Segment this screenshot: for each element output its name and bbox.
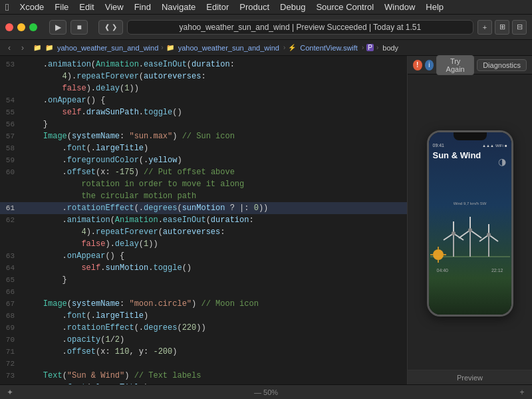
code-line-59: 59 .foregroundColor(.yellow): [0, 154, 407, 166]
svg-point-10: [468, 228, 472, 232]
add-button[interactable]: +: [477, 20, 492, 35]
line-number: 55: [0, 106, 21, 118]
menu-help[interactable]: Help: [426, 2, 444, 12]
toolbar: ▶ ■ ❰ ❯ yahoo_weather_sun_and_wind | Pre…: [0, 15, 532, 40]
stop-button[interactable]: ■: [70, 20, 88, 35]
code-line-66: 66: [0, 286, 407, 298]
code-line-60b: rotation in order to move it along: [0, 178, 407, 190]
line-content: false).delay(1)): [21, 82, 407, 94]
code-line-58: 58 .font(.largeTitle): [0, 142, 407, 154]
diagnostics-button[interactable]: Diagnostics: [477, 59, 527, 71]
breadcrumb-file[interactable]: ContentView.swift: [300, 44, 358, 52]
run-button[interactable]: ▶: [49, 20, 66, 35]
line-content: .foregroundColor(.yellow): [21, 154, 407, 166]
code-line-69: 69 .rotationEffect(.degrees(220)): [0, 322, 407, 334]
line-number: 62: [0, 214, 21, 226]
code-line-62: 62 .animation(Animation.easeInOut(durati…: [0, 214, 407, 226]
menu-editor[interactable]: Editor: [206, 2, 229, 12]
line-content: .opacity(1/2): [21, 334, 407, 346]
breadcrumb-project[interactable]: yahoo_weather_sun_and_wind: [57, 44, 158, 52]
svg-line-9: [470, 230, 481, 238]
layout-button[interactable]: ⊞: [495, 20, 509, 35]
menu-edit[interactable]: Edit: [79, 2, 94, 12]
phone-frame: 09:41 ▲▲▲ WiFi ■ Sun & Wind ◑ Wind 9,7 k…: [427, 130, 513, 317]
menu-source-control[interactable]: Source Control: [316, 2, 374, 12]
breadcrumb-symbol[interactable]: body: [382, 44, 398, 52]
inspector-button[interactable]: ⊟: [512, 20, 527, 35]
status-bar: ✦ — 50% +: [0, 384, 532, 399]
main-area: 53 .animation(Animation.easeInOut(durati…: [0, 56, 532, 384]
preview-label: Preview: [408, 370, 532, 384]
code-line-56: 56 }: [0, 118, 407, 130]
line-content: .font(.largeTitle): [21, 142, 407, 154]
line-number: 65: [0, 274, 21, 286]
line-content: .onAppear() {: [21, 250, 407, 262]
code-editor[interactable]: 53 .animation(Animation.easeInOut(durati…: [0, 56, 407, 384]
try-again-button[interactable]: Try Again: [436, 55, 474, 75]
code-line-67: 67 Image(systemName: "moon.circle") // M…: [0, 298, 407, 310]
line-number: 73: [0, 370, 21, 382]
sunrise-time: 04:40: [437, 268, 449, 273]
code-line-62c: false).delay(1)): [0, 238, 407, 250]
line-number: 67: [0, 298, 21, 310]
code-line-54: 54 .onAppear() {: [0, 94, 407, 106]
line-content: .font(.largeTitle): [21, 382, 407, 384]
code-line-57: 57 Image(systemName: "sun.max") // Sun i…: [0, 130, 407, 142]
menu-find[interactable]: Find: [134, 2, 151, 12]
line-content: .offset(x: 110, y: -200): [21, 346, 407, 358]
line-content: false).delay(1)): [21, 238, 407, 250]
info-icon: i: [425, 60, 434, 70]
line-number: 64: [0, 262, 21, 274]
code-line-71: 71 .offset(x: 110, y: -200): [0, 346, 407, 358]
line-content: .rotationEffect(.degrees(220)): [21, 322, 407, 334]
zoom-in-icon[interactable]: +: [517, 388, 527, 397]
menu-file[interactable]: File: [55, 2, 68, 12]
menu-xcode[interactable]: Xcode: [19, 2, 44, 12]
phone-status-bar: 09:41 ▲▲▲ WiFi ■: [433, 143, 507, 148]
line-number-active: 61: [0, 202, 21, 214]
apple-menu[interactable]: : [5, 1, 9, 13]
close-button[interactable]: [5, 23, 13, 31]
wind-turbines-svg: [430, 207, 510, 267]
code-line-70: 70 .opacity(1/2): [0, 334, 407, 346]
fullscreen-button[interactable]: [29, 23, 37, 31]
menu-debug[interactable]: Debug: [280, 2, 305, 12]
phone-app-title: Sun & Wind: [433, 150, 507, 160]
minimize-button[interactable]: [17, 23, 25, 31]
line-content: Image(systemName: "moon.circle") // Moon…: [21, 298, 407, 310]
menu-view[interactable]: View: [105, 2, 124, 12]
line-content: .offset(x: -175) // Put offset above: [21, 166, 407, 178]
code-line-53b: 4).repeatForever(autoreverses:: [0, 70, 407, 82]
line-number: 57: [0, 130, 21, 142]
wind-label: Wind 9,7 km/h SW: [454, 201, 487, 205]
line-number: 74: [0, 382, 21, 384]
line-content: rotation in order to move it along: [21, 178, 407, 190]
nav-back[interactable]: ‹: [4, 43, 15, 53]
menu-navigate[interactable]: Navigate: [162, 2, 196, 12]
svg-line-8: [459, 230, 470, 238]
svg-point-15: [487, 233, 491, 237]
phone-screen: 09:41 ▲▲▲ WiFi ■ Sun & Wind ◑ Wind 9,7 k…: [429, 132, 511, 315]
breadcrumb-folder[interactable]: yahoo_weather_sun_and_wind: [178, 44, 279, 52]
line-content: 4).repeatForever(autoreverses:: [21, 70, 407, 82]
line-content: Image(systemName: "sun.max") // Sun icon: [21, 130, 407, 142]
sunset-time: 22:12: [491, 268, 503, 273]
line-content: the circular motion path: [21, 190, 407, 202]
code-line-60: 60 .offset(x: -175) // Put offset above: [0, 166, 407, 178]
line-number: 53: [0, 59, 21, 70]
line-number: 58: [0, 142, 21, 154]
code-content: 53 .animation(Animation.easeInOut(durati…: [0, 56, 407, 384]
line-number: 59: [0, 154, 21, 166]
line-content: self.drawSunPath.toggle(): [21, 106, 407, 118]
menu-product[interactable]: Product: [239, 2, 269, 12]
line-content: }: [21, 274, 407, 286]
line-number: 70: [0, 334, 21, 346]
code-line-53: 53 .animation(Animation.easeInOut(durati…: [0, 59, 407, 70]
line-number: 68: [0, 310, 21, 322]
menu-window[interactable]: Window: [384, 2, 415, 12]
line-content: }: [21, 118, 407, 130]
line-number: 69: [0, 322, 21, 334]
scheme-selector[interactable]: ❰ ❯: [98, 20, 123, 35]
bookmark-icon[interactable]: ✦: [5, 388, 15, 397]
nav-forward[interactable]: ›: [17, 43, 28, 53]
